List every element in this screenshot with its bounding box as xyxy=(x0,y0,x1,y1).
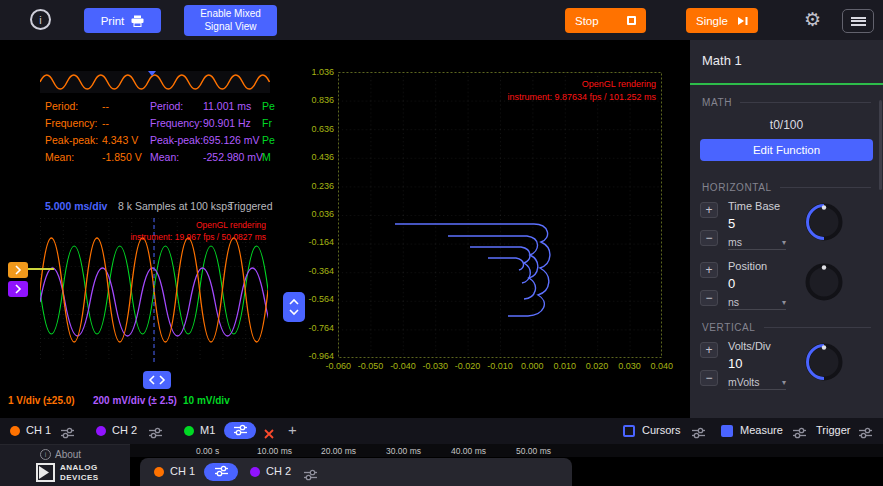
channel-toolbar: CH 1 CH 2 M1 + Cursors Measure Trigger xyxy=(0,418,883,444)
time-base-unit-dropdown[interactable]: ms▾ xyxy=(728,236,786,250)
offset-reference-line xyxy=(28,268,54,270)
position-decrement-button[interactable]: − xyxy=(700,290,718,306)
time-domain-plot[interactable]: OpenGL rendering instrument: 19.967 fps … xyxy=(40,218,268,362)
running-indicator-line xyxy=(690,83,883,85)
time-base-label: Time Base xyxy=(728,200,780,212)
cursors-label[interactable]: Cursors xyxy=(642,424,681,436)
m1-settings-button-active[interactable] xyxy=(224,422,256,439)
time-base-decrement-button[interactable]: − xyxy=(700,230,718,246)
preview-position-marker[interactable] xyxy=(148,71,156,76)
single-button[interactable]: Single xyxy=(686,8,758,33)
single-label: Single xyxy=(696,15,728,27)
y-tick: -0.564 xyxy=(308,293,334,305)
ch1-offset-handle[interactable] xyxy=(8,262,28,278)
scope-display-area: Period:-- Period:11.001 ms Pe Frequency:… xyxy=(0,40,690,418)
x-tick: -0.010 xyxy=(484,361,516,373)
ch2-offset-handle[interactable] xyxy=(8,281,28,297)
ch2-channel-button[interactable]: CH 2 xyxy=(266,465,291,477)
ch1-color-dot[interactable] xyxy=(10,426,20,436)
add-channel-button[interactable]: + xyxy=(288,421,297,438)
ch2-color-dot[interactable] xyxy=(250,467,260,477)
trigger-label[interactable]: Trigger xyxy=(816,424,850,436)
ch2-frequency-label: Frequency: xyxy=(150,117,203,129)
position-unit-dropdown[interactable]: ns▾ xyxy=(728,296,786,310)
ch1-channel-button[interactable]: CH 1 xyxy=(26,424,51,436)
time-tick: 50.00 ms xyxy=(516,446,551,456)
panel-scrollbar[interactable] xyxy=(879,100,882,190)
ch2-mean-label: Mean: xyxy=(150,151,179,163)
x-tick: 0.030 xyxy=(613,361,645,373)
y-tick: 0.036 xyxy=(311,208,334,220)
ch1-color-dot[interactable] xyxy=(154,467,164,477)
time-base-knob[interactable] xyxy=(802,200,846,244)
trigger-settings-icon[interactable] xyxy=(858,425,873,443)
hamburger-menu-button[interactable] xyxy=(842,9,874,33)
gear-icon[interactable]: ⚙ xyxy=(804,10,821,29)
waveform-preview-strip[interactable] xyxy=(40,71,270,93)
volts-div-knob[interactable] xyxy=(802,340,846,384)
xy-y-axis: 1.036 0.836 0.636 0.436 0.236 0.036 -0.1… xyxy=(292,66,334,362)
ch2-scale-label: 200 mV/div (± 2.5) xyxy=(93,395,177,406)
cursors-settings-icon[interactable] xyxy=(691,425,706,443)
cursors-checkbox[interactable] xyxy=(623,425,635,437)
position-knob[interactable] xyxy=(802,260,846,304)
time-base-value[interactable]: 5 xyxy=(728,216,735,231)
time-tick: 40.00 ms xyxy=(451,446,486,456)
m1-channel-button[interactable]: M1 xyxy=(200,424,215,436)
ch2-channel-button[interactable]: CH 2 xyxy=(112,424,137,436)
position-increment-button[interactable]: + xyxy=(700,262,718,278)
m1-mean-clipped: M xyxy=(262,151,280,163)
printer-icon xyxy=(131,15,144,27)
ch2-settings-icon[interactable] xyxy=(303,467,318,485)
ch1-settings-icon[interactable] xyxy=(60,425,75,443)
ch1-channel-button[interactable]: CH 1 xyxy=(170,465,195,477)
time-base-increment-button[interactable]: + xyxy=(700,202,718,218)
print-button[interactable]: Print xyxy=(84,8,161,33)
measure-label[interactable]: Measure xyxy=(740,424,783,436)
x-tick: 0.010 xyxy=(549,361,581,373)
logo-line1: ANALOG xyxy=(60,463,99,473)
volts-div-unit-dropdown[interactable]: mVolts▾ xyxy=(728,376,786,390)
xy-plot[interactable]: OpenGL rendering instrument: 9.87634 fps… xyxy=(338,72,662,358)
info-icon: i xyxy=(40,449,51,460)
ch2-peakpeak-label: Peak-peak: xyxy=(150,134,203,146)
y-tick: -0.764 xyxy=(308,322,334,334)
info-button[interactable]: i xyxy=(30,9,51,30)
about-button[interactable]: i About xyxy=(40,449,81,460)
stop-icon xyxy=(627,16,636,25)
ch2-frequency-value: 90.901 Hz xyxy=(203,117,251,129)
volts-div-increment-button[interactable]: + xyxy=(700,342,718,358)
measure-settings-icon[interactable] xyxy=(792,425,807,443)
enable-mixed-signal-button[interactable]: Enable Mixed Signal View xyxy=(184,5,277,36)
ch1-scale-label: 1 V/div (±25.0) xyxy=(8,395,75,406)
hamburger-icon xyxy=(851,17,866,26)
volts-div-value[interactable]: 10 xyxy=(728,356,742,371)
ch1-settings-button-active[interactable] xyxy=(204,463,238,481)
y-tick: -0.364 xyxy=(308,265,334,277)
position-value[interactable]: 0 xyxy=(728,276,735,291)
volts-div-label: Volts/Div xyxy=(728,340,771,352)
ch2-period-value: 11.001 ms xyxy=(203,100,251,112)
position-unit: ns xyxy=(728,296,739,308)
x-tick: -0.060 xyxy=(322,361,354,373)
ch2-color-dot[interactable] xyxy=(96,426,106,436)
horizontal-section-label: HORIZONTAL xyxy=(702,182,772,193)
ch2-settings-icon[interactable] xyxy=(148,425,163,443)
stop-button[interactable]: Stop xyxy=(565,8,646,33)
time-position-handle[interactable] xyxy=(143,371,171,389)
y-tick: 0.836 xyxy=(311,94,334,106)
opengl-info-left: OpenGL rendering instrument: 19.967 fps … xyxy=(130,220,266,244)
edit-function-button[interactable]: Edit Function xyxy=(700,139,873,161)
sample-rate-status: 8 k Samples at 100 ksps xyxy=(118,200,232,212)
measure-checkbox[interactable] xyxy=(721,425,733,437)
m1-color-dot[interactable] xyxy=(184,426,194,436)
chevron-left-right-icon xyxy=(147,374,167,386)
volts-div-unit: mVolts xyxy=(728,376,760,388)
y-tick: -0.164 xyxy=(308,236,334,248)
m1-frequency-clipped: Fr xyxy=(262,117,280,129)
m1-close-icon[interactable] xyxy=(264,425,274,443)
ch1-peakpeak-value: 4.343 V xyxy=(102,134,138,146)
info-icon: i xyxy=(39,14,41,26)
volts-div-decrement-button[interactable]: − xyxy=(700,370,718,386)
vertical-section-header: VERTICAL xyxy=(702,322,871,333)
